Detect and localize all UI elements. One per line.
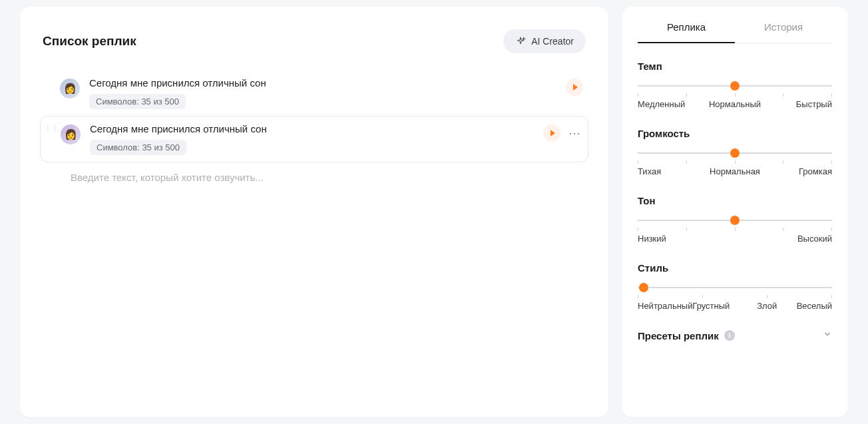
sparkle-icon bbox=[515, 36, 526, 47]
char-count-badge: Символов: 35 из 500 bbox=[89, 94, 186, 109]
slider-volume-title: Громкость bbox=[638, 128, 832, 139]
slider-ticks bbox=[638, 228, 832, 231]
slider-label: Низкий bbox=[638, 234, 702, 244]
replica-item[interactable]: ⋮⋮ 👩 Сегодня мне приснился отличный сон … bbox=[40, 116, 588, 162]
slider-tempo-labels: Медленный Нормальный Быстрый bbox=[638, 99, 832, 109]
slider-label: Высокий bbox=[767, 234, 832, 244]
slider-tone: Тон Низкий Высокий bbox=[638, 195, 832, 244]
slider-volume-thumb[interactable] bbox=[730, 148, 740, 158]
slider-ticks bbox=[638, 93, 832, 97]
slider-tone-thumb[interactable] bbox=[730, 216, 740, 225]
slider-volume-labels: Тихая Нормальная Громкая bbox=[638, 166, 832, 176]
chevron-down-icon bbox=[823, 329, 832, 341]
slider-volume-track[interactable] bbox=[638, 148, 832, 158]
presets-left: Пресеты реплик i bbox=[638, 330, 735, 341]
slider-label: Грустный bbox=[688, 301, 734, 311]
slider-label: Нормальный bbox=[702, 99, 767, 109]
tab-replica[interactable]: Реплика bbox=[638, 21, 735, 43]
play-button[interactable] bbox=[543, 124, 560, 142]
side-panel: Реплика История Темп Медленный Нормальны… bbox=[622, 7, 848, 417]
slider-label: Злой bbox=[744, 301, 790, 311]
replica-body: Сегодня мне приснился отличный сон Симво… bbox=[90, 123, 543, 155]
slider-label bbox=[702, 234, 767, 244]
slider-tone-labels: Низкий Высокий bbox=[638, 234, 832, 244]
play-button[interactable] bbox=[566, 79, 583, 96]
replica-body: Сегодня мне приснился отличный сон Симво… bbox=[89, 77, 566, 109]
ai-creator-label: AI Creator bbox=[531, 36, 574, 47]
tabs: Реплика История bbox=[638, 21, 832, 43]
presets-title: Пресеты реплик bbox=[638, 330, 719, 341]
slider-tempo-thumb[interactable] bbox=[730, 81, 740, 91]
play-icon bbox=[573, 84, 578, 91]
replica-item[interactable]: 👩 Сегодня мне приснился отличный сон Сим… bbox=[40, 71, 588, 116]
slider-label: Нормальная bbox=[702, 166, 767, 176]
main-panel: Список реплик AI Creator 👩 Сегодня мне п… bbox=[20, 7, 608, 417]
slider-style-track[interactable] bbox=[638, 283, 832, 292]
slider-label: Нейтральный bbox=[638, 301, 692, 311]
slider-ticks bbox=[638, 160, 832, 164]
slider-volume: Громкость Тихая Нормальная Громкая bbox=[638, 128, 832, 176]
replica-text: Сегодня мне приснился отличный сон bbox=[89, 77, 566, 89]
avatar[interactable]: 👩 bbox=[60, 79, 80, 99]
slider-ticks bbox=[638, 295, 832, 298]
slider-label: Веселый bbox=[785, 301, 832, 311]
slider-label: Громкая bbox=[767, 166, 832, 176]
slider-tempo: Темп Медленный Нормальный Быстрый bbox=[638, 61, 832, 109]
slider-style-labels: Нейтральный Грустный Злой Веселый bbox=[638, 301, 832, 311]
slider-style-thumb[interactable] bbox=[639, 283, 648, 292]
avatar[interactable]: 👩 bbox=[61, 124, 81, 144]
presets-toggle[interactable]: Пресеты реплик i bbox=[638, 329, 832, 341]
more-icon: ⋯ bbox=[568, 126, 581, 140]
drag-icon: ⋮⋮ bbox=[45, 127, 59, 129]
ai-creator-button[interactable]: AI Creator bbox=[503, 29, 586, 53]
slider-tempo-title: Темп bbox=[638, 61, 832, 72]
slider-label: Медленный bbox=[638, 99, 702, 109]
main-header: Список реплик AI Creator bbox=[40, 29, 588, 53]
slider-style: Стиль Нейтральный Грустный Злой Веселый bbox=[638, 262, 832, 311]
slider-track-line bbox=[638, 287, 832, 288]
slider-label: Тихая bbox=[638, 166, 702, 176]
slider-tone-title: Тон bbox=[638, 195, 832, 206]
page-title: Список реплик bbox=[43, 34, 136, 49]
drag-handle[interactable]: ⋮⋮ bbox=[46, 123, 58, 129]
new-replica-input[interactable]: Введите текст, который хотите озвучить..… bbox=[40, 162, 588, 192]
more-button[interactable]: ⋯ bbox=[567, 126, 582, 140]
tab-history[interactable]: История bbox=[735, 21, 832, 43]
slider-style-title: Стиль bbox=[638, 262, 832, 274]
slider-tone-track[interactable] bbox=[638, 216, 832, 225]
play-icon bbox=[550, 130, 555, 136]
replica-text: Сегодня мне приснился отличный сон bbox=[90, 123, 543, 134]
replica-actions: ⋯ bbox=[543, 123, 582, 142]
replica-actions bbox=[566, 77, 583, 96]
char-count-badge: Символов: 35 из 500 bbox=[90, 140, 186, 155]
slider-tempo-track[interactable] bbox=[638, 81, 832, 91]
slider-label: Быстрый bbox=[767, 99, 832, 109]
info-icon[interactable]: i bbox=[724, 330, 735, 341]
